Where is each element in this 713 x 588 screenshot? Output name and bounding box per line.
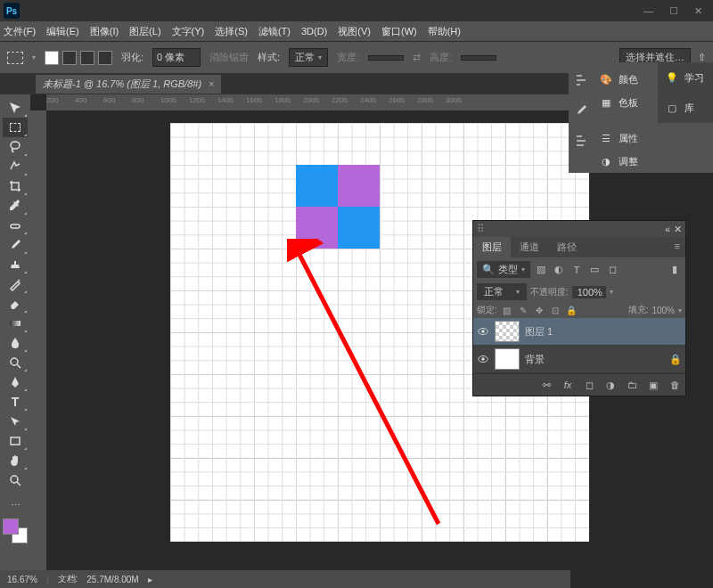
link-layers-icon[interactable]: ⚯: [539, 378, 553, 392]
history-brush-tool[interactable]: [3, 274, 28, 294]
fill-input[interactable]: 100%: [652, 306, 675, 315]
layer-thumbnail[interactable]: [495, 348, 520, 370]
rectangle-tool[interactable]: [3, 431, 28, 451]
menu-help[interactable]: 帮助(H): [428, 25, 461, 38]
svg-rect-1: [11, 225, 20, 228]
selection-new-icon[interactable]: [45, 51, 59, 65]
menu-window[interactable]: 窗口(W): [381, 25, 417, 38]
lock-transparent-icon[interactable]: ▧: [501, 304, 513, 316]
panel-drag-handle[interactable]: ⠿: [477, 223, 485, 235]
minimize-button[interactable]: —: [643, 5, 653, 17]
selection-intersect-icon[interactable]: [98, 51, 112, 65]
menu-image[interactable]: 图像(I): [90, 25, 119, 38]
quick-select-tool[interactable]: [3, 157, 28, 176]
color-swatches[interactable]: [3, 519, 28, 543]
type-tool[interactable]: T: [3, 392, 28, 412]
menu-edit[interactable]: 编辑(E): [46, 25, 79, 38]
close-tab-icon[interactable]: ×: [209, 78, 214, 89]
lock-position-icon[interactable]: ✥: [533, 304, 545, 316]
menu-3d[interactable]: 3D(D): [301, 26, 327, 37]
menu-file[interactable]: 文件(F): [4, 25, 36, 38]
opacity-input[interactable]: 100%: [572, 286, 606, 298]
adjustment-layer-icon[interactable]: ◑: [603, 378, 618, 392]
layer-item-1[interactable]: 图层 1: [473, 318, 685, 346]
visibility-icon[interactable]: [477, 353, 489, 365]
filter-toggle-icon[interactable]: ▮: [668, 263, 682, 277]
hand-tool[interactable]: [3, 451, 28, 470]
document-tab-title: 未标题-1 @ 16.7% (图层 1, RGB/8#): [43, 78, 201, 91]
selection-subtract-icon[interactable]: [80, 51, 94, 65]
edit-toolbar-icon[interactable]: ⋯: [3, 495, 28, 515]
fg-color-swatch[interactable]: [3, 519, 19, 535]
eraser-tool[interactable]: [3, 294, 28, 314]
blur-tool[interactable]: [3, 333, 28, 353]
selection-add-icon[interactable]: [62, 51, 77, 65]
document-tab[interactable]: 未标题-1 @ 16.7% (图层 1, RGB/8#) ×: [36, 75, 221, 94]
shape-blue-2: [338, 207, 380, 249]
menu-type[interactable]: 文字(Y): [172, 25, 205, 38]
menu-filter[interactable]: 滤镜(T): [258, 25, 291, 38]
zoom-level[interactable]: 16.67%: [7, 575, 37, 584]
lock-image-icon[interactable]: ✎: [517, 304, 529, 316]
layer-name[interactable]: 图层 1: [525, 325, 553, 339]
marquee-tool-icon[interactable]: [7, 52, 23, 64]
brush-tool[interactable]: [3, 235, 28, 255]
filter-adjust-icon[interactable]: ◐: [552, 263, 566, 277]
blend-mode-select[interactable]: 正常▾: [477, 283, 527, 300]
close-button[interactable]: ✕: [694, 5, 702, 17]
gradient-tool[interactable]: [3, 314, 28, 333]
doc-info-value[interactable]: 25.7M/8.00M: [86, 575, 138, 584]
panel-libraries[interactable]: ▢库: [661, 98, 709, 118]
filter-type-icon[interactable]: T: [570, 263, 584, 277]
delete-layer-icon[interactable]: 🗑: [668, 378, 682, 392]
layer-filter-kind[interactable]: 🔍 类型 ▾: [477, 261, 530, 278]
new-layer-icon[interactable]: ▣: [646, 378, 660, 392]
marquee-tool[interactable]: [3, 118, 28, 137]
brushes-icon[interactable]: [572, 102, 590, 119]
filter-pixel-icon[interactable]: ▧: [534, 263, 548, 277]
doc-info-dropdown[interactable]: ▸: [148, 575, 152, 584]
path-select-tool[interactable]: [3, 412, 28, 431]
layers-panel[interactable]: ⠿ « ✕ 图层 通道 路径 ≡ 🔍 类型 ▾ ▧ ◐ T ▭ ◻ ▮ 正常▾ …: [472, 220, 686, 396]
menu-view[interactable]: 视图(V): [338, 25, 371, 38]
layer-mask-icon[interactable]: ◻: [582, 378, 596, 392]
feather-input[interactable]: 0 像素: [152, 48, 201, 67]
lock-artboard-icon[interactable]: ⊡: [549, 304, 561, 316]
ruler-vertical[interactable]: [30, 110, 46, 588]
tab-channels[interactable]: 通道: [511, 237, 548, 257]
eyedropper-tool[interactable]: [3, 196, 28, 216]
tool-preset-dropdown[interactable]: ▾: [32, 53, 36, 61]
history-icon[interactable]: [572, 132, 590, 150]
layer-fx-icon[interactable]: fx: [561, 378, 575, 392]
move-tool[interactable]: [3, 98, 28, 118]
panel-collapse-icon[interactable]: «: [665, 224, 670, 234]
panel-menu-icon[interactable]: ≡: [669, 237, 685, 257]
lock-all-icon[interactable]: 🔒: [565, 304, 578, 316]
filter-smart-icon[interactable]: ◻: [605, 263, 619, 277]
brush-settings-icon[interactable]: [572, 71, 590, 89]
panel-properties[interactable]: ☰属性: [595, 128, 711, 148]
dodge-tool[interactable]: [3, 353, 28, 372]
filter-shape-icon[interactable]: ▭: [587, 263, 602, 277]
tab-paths[interactable]: 路径: [548, 237, 586, 257]
menu-layer[interactable]: 图层(L): [129, 25, 160, 38]
panel-adjustments[interactable]: ◑调整: [595, 151, 711, 171]
zoom-tool[interactable]: [3, 470, 28, 490]
layer-group-icon[interactable]: 🗀: [625, 378, 639, 392]
panel-close-icon[interactable]: ✕: [674, 224, 682, 235]
panel-learn[interactable]: 💡学习: [661, 68, 709, 87]
tab-layers[interactable]: 图层: [473, 237, 511, 257]
layer-name[interactable]: 背景: [525, 353, 545, 366]
lasso-tool[interactable]: [3, 137, 28, 157]
clone-stamp-tool[interactable]: [3, 255, 28, 274]
style-select[interactable]: 正常▾: [289, 48, 328, 67]
healing-brush-tool[interactable]: [3, 216, 28, 235]
menu-select[interactable]: 选择(S): [215, 25, 248, 38]
crop-tool[interactable]: [3, 176, 28, 196]
pen-tool[interactable]: [3, 372, 28, 392]
layer-item-background[interactable]: 背景 🔒: [473, 346, 685, 373]
maximize-button[interactable]: ☐: [669, 5, 678, 17]
visibility-icon[interactable]: [477, 325, 489, 338]
layer-thumbnail[interactable]: [495, 321, 520, 342]
menubar: 文件(F) 编辑(E) 图像(I) 图层(L) 文字(Y) 选择(S) 滤镜(T…: [0, 21, 713, 41]
